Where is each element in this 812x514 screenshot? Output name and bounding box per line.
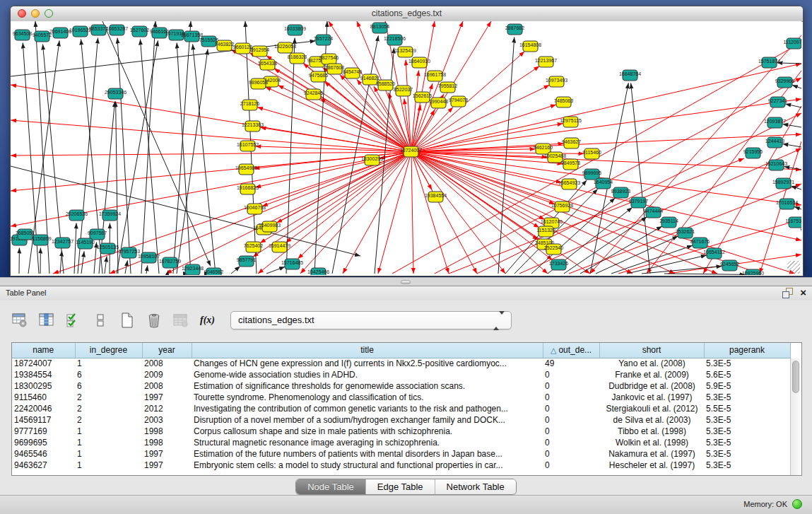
graph-node[interactable]: 11156869 <box>30 235 51 245</box>
table-row[interactable]: 977716911998Corpus callosum shape and si… <box>12 426 790 437</box>
graph-node[interactable]: 19384554 <box>425 192 447 202</box>
graph-node[interactable]: 12342757 <box>52 238 73 248</box>
column-header-short[interactable]: short <box>599 343 704 358</box>
graph-node[interactable]: 7485063 <box>554 97 573 107</box>
graph-node[interactable]: 9215955 <box>743 148 763 158</box>
graph-edge[interactable] <box>255 152 411 188</box>
graph-edge[interactable] <box>782 144 801 147</box>
graph-node[interactable]: 12218506 <box>384 35 406 45</box>
graph-node[interactable]: 1151320 <box>536 226 555 237</box>
graph-edge[interactable] <box>258 152 411 274</box>
graph-edge[interactable] <box>411 152 801 240</box>
graph-node[interactable]: 10958107 <box>138 252 160 263</box>
graph-node[interactable]: 2718126 <box>240 100 259 110</box>
graph-edge[interactable] <box>255 146 411 152</box>
float-panel-icon[interactable] <box>782 287 793 298</box>
column-header-name[interactable]: name <box>12 343 75 358</box>
graph-edge[interactable] <box>411 152 545 220</box>
graph-node[interactable]: 15751874 <box>758 57 780 68</box>
graph-node[interactable]: 20691406 <box>49 28 71 38</box>
graph-node[interactable]: 9827546 <box>319 54 339 64</box>
graph-node[interactable]: 9245652 <box>720 260 739 271</box>
graph-edge[interactable] <box>105 256 107 274</box>
tab-node-table[interactable]: Node Table <box>296 479 365 494</box>
graph-node[interactable]: 7625402 <box>244 242 263 252</box>
network-window-titlebar[interactable]: citations_edges.txt <box>11 6 803 22</box>
graph-node[interactable]: 9857791 <box>237 256 256 267</box>
graph-edge[interactable] <box>792 85 801 88</box>
column-header-pagerank[interactable]: pagerank <box>704 343 790 358</box>
table-row[interactable]: 1938455462009Genome-wide association stu… <box>12 369 790 380</box>
graph-node[interactable]: 17016534 <box>776 199 798 209</box>
graph-node[interactable]: 1244413 <box>765 137 784 148</box>
graph-node[interactable]: 16648784 <box>619 70 641 81</box>
graph-edge[interactable] <box>167 270 168 274</box>
table-vertical-scrollbar[interactable] <box>790 358 801 475</box>
table-row[interactable]: 946362711997Embryonic stem cells: a mode… <box>12 460 790 471</box>
graph-node[interactable]: 10653287 <box>106 25 128 35</box>
graph-edge[interactable] <box>320 98 411 151</box>
graph-edge[interactable] <box>266 267 285 274</box>
graph-edge[interactable] <box>193 44 216 274</box>
tab-edge-table[interactable]: Edge Table <box>365 479 435 494</box>
graph-edge[interactable] <box>791 186 801 189</box>
graph-node[interactable]: 7955812 <box>438 82 457 93</box>
graph-node[interactable]: 1145190 <box>76 238 95 249</box>
graph-edge[interactable] <box>343 152 411 274</box>
graph-edge[interactable] <box>11 152 411 156</box>
graph-node[interactable]: 9896058 <box>249 78 268 89</box>
graph-edge[interactable] <box>117 40 158 274</box>
graph-edge[interactable] <box>782 124 801 127</box>
graph-node[interactable]: 15716485 <box>281 259 303 269</box>
graph-node[interactable]: 9634508 <box>13 30 32 40</box>
delete-column-button[interactable] <box>144 311 163 330</box>
table-row[interactable]: 911546021997Tourette syndrome. Phenomeno… <box>12 392 790 403</box>
column-header-in-degree[interactable]: in_degree <box>75 343 142 358</box>
graph-node[interactable]: 6379197 <box>629 197 648 208</box>
graph-node[interactable]: 11675307 <box>785 217 801 228</box>
graph-node[interactable]: 7857224 <box>314 35 333 45</box>
graph-node[interactable]: 8186328 <box>288 53 307 64</box>
graph-node[interactable]: 10756928 <box>551 201 573 212</box>
graph-edge[interactable] <box>411 152 801 170</box>
graph-node[interactable]: 9849578 <box>561 159 580 170</box>
graph-edge[interactable] <box>411 64 801 152</box>
graph-node[interactable]: 9463627 <box>562 138 581 148</box>
window-resize-grip[interactable] <box>787 261 800 274</box>
table-row[interactable]: 2242004622012Investigating the contribut… <box>12 403 790 414</box>
graph-node[interactable]: 19654985 <box>235 164 257 175</box>
graph-edge[interactable] <box>146 265 148 274</box>
network-graph-svg[interactable]: 9634508940557220691406101965228853371106… <box>11 21 801 275</box>
column-header-title[interactable]: title <box>192 343 543 358</box>
graph-node[interactable]: 2887682 <box>505 24 524 35</box>
graph-node[interactable]: 9227341 <box>768 97 787 107</box>
graph-edge[interactable] <box>435 78 801 274</box>
graph-node[interactable]: 9794078 <box>449 96 468 107</box>
graph-edge[interactable] <box>141 21 155 274</box>
graph-node[interactable]: 18640910 <box>408 57 430 68</box>
graph-node[interactable]: 9046582 <box>204 268 223 275</box>
graph-edge[interactable] <box>794 206 801 209</box>
graph-node[interactable]: 8938923 <box>611 187 630 198</box>
graph-node[interactable]: 1654338 <box>258 59 277 70</box>
graph-edge[interactable] <box>177 42 191 274</box>
graph-node[interactable]: 12093877 <box>764 117 786 128</box>
graph-edge[interactable] <box>777 63 801 64</box>
table-row[interactable]: 946554611997Estimation of the future num… <box>12 448 790 460</box>
graph-edge[interactable] <box>286 152 411 243</box>
graph-edge[interactable] <box>564 217 647 274</box>
graph-node[interactable]: 10654112 <box>703 248 725 259</box>
graph-node[interactable]: 9329966 <box>775 77 794 88</box>
graph-node[interactable]: 29053346 <box>105 88 126 99</box>
graph-edge[interactable] <box>631 83 650 274</box>
graph-node[interactable]: 9475685 <box>309 71 328 82</box>
graph-node[interactable]: 16107552 <box>237 141 259 151</box>
graph-edge[interactable] <box>580 226 662 274</box>
graph-node[interactable]: 8912954 <box>250 46 269 57</box>
graph-edge[interactable] <box>117 37 131 274</box>
graph-node[interactable]: 11325419 <box>394 47 416 57</box>
graph-node[interactable]: 19166825 <box>237 184 259 194</box>
graph-edge[interactable] <box>411 152 413 274</box>
table-row[interactable]: 1830029562008Estimation of significance … <box>12 380 790 392</box>
graph-node[interactable]: 10196522 <box>69 26 91 37</box>
